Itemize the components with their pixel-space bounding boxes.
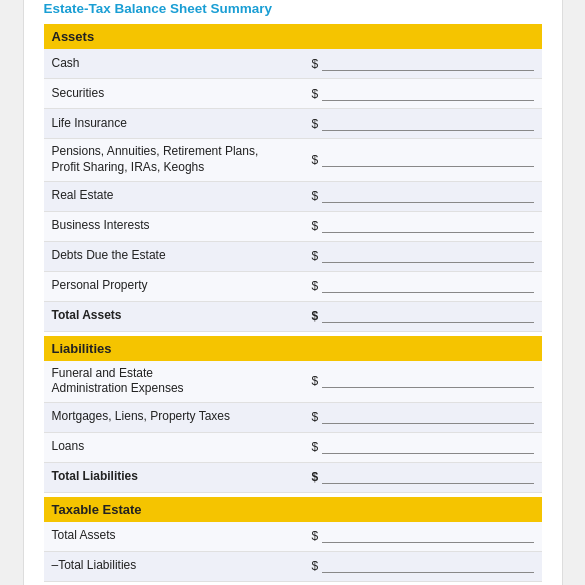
section-header-liabilities: Liabilities	[44, 336, 542, 361]
row-assets-6: Debts Due the Estate$	[44, 242, 542, 272]
row-label-liabilities-1: Mortgages, Liens, Property Taxes	[52, 409, 312, 425]
row-label-assets-1: Securities	[52, 86, 312, 102]
row-label-assets-4: Real Estate	[52, 188, 312, 204]
row-value-assets-5: $	[312, 219, 534, 233]
row-value-liabilities-3: $	[312, 470, 534, 484]
row-value-taxable-estate-1: $	[312, 559, 534, 573]
dollar-sign: $	[312, 470, 319, 484]
row-liabilities-1: Mortgages, Liens, Property Taxes$	[44, 403, 542, 433]
sections-container: AssetsCash$Securities$Life Insurance$Pen…	[44, 24, 542, 581]
value-line[interactable]	[322, 219, 533, 233]
section-header-taxable-estate: Taxable Estate	[44, 497, 542, 522]
row-value-assets-1: $	[312, 87, 534, 101]
row-value-assets-2: $	[312, 117, 534, 131]
dollar-sign: $	[312, 440, 319, 454]
page-title: Estate-Tax Balance Sheet Summary	[44, 1, 542, 16]
value-line[interactable]	[322, 440, 533, 454]
row-assets-8: Total Assets$	[44, 302, 542, 332]
row-value-assets-4: $	[312, 189, 534, 203]
dollar-sign: $	[312, 529, 319, 543]
row-label-liabilities-2: Loans	[52, 439, 312, 455]
row-taxable-estate-0: Total Assets$	[44, 522, 542, 552]
row-label-assets-0: Cash	[52, 56, 312, 72]
row-label-assets-2: Life Insurance	[52, 116, 312, 132]
dollar-sign: $	[312, 57, 319, 71]
row-taxable-estate-1: –Total Liabilities$	[44, 552, 542, 582]
value-line[interactable]	[322, 529, 533, 543]
row-value-taxable-estate-0: $	[312, 529, 534, 543]
value-line[interactable]	[322, 87, 533, 101]
value-line[interactable]	[322, 470, 533, 484]
row-assets-5: Business Interests$	[44, 212, 542, 242]
dollar-sign: $	[312, 410, 319, 424]
row-label-liabilities-0: Funeral and EstateAdministration Expense…	[52, 366, 312, 397]
value-line[interactable]	[322, 189, 533, 203]
row-label-assets-6: Debts Due the Estate	[52, 248, 312, 264]
row-label-assets-3: Pensions, Annuities, Retirement Plans,Pr…	[52, 144, 312, 175]
row-label-assets-8: Total Assets	[52, 308, 312, 324]
section-header-assets: Assets	[44, 24, 542, 49]
row-value-assets-0: $	[312, 57, 534, 71]
row-label-liabilities-3: Total Liabilities	[52, 469, 312, 485]
dollar-sign: $	[312, 249, 319, 263]
dollar-sign: $	[312, 279, 319, 293]
dollar-sign: $	[312, 374, 319, 388]
value-line[interactable]	[322, 57, 533, 71]
row-assets-4: Real Estate$	[44, 182, 542, 212]
dollar-sign: $	[312, 559, 319, 573]
row-label-assets-5: Business Interests	[52, 218, 312, 234]
row-liabilities-0: Funeral and EstateAdministration Expense…	[44, 361, 542, 403]
value-line[interactable]	[322, 279, 533, 293]
row-label-assets-7: Personal Property	[52, 278, 312, 294]
dollar-sign: $	[312, 153, 319, 167]
value-line[interactable]	[322, 374, 533, 388]
sheet-container: Estate-Tax Balance Sheet Summary AssetsC…	[23, 0, 563, 585]
row-value-assets-8: $	[312, 309, 534, 323]
row-assets-0: Cash$	[44, 49, 542, 79]
value-line[interactable]	[322, 153, 533, 167]
row-assets-3: Pensions, Annuities, Retirement Plans,Pr…	[44, 139, 542, 181]
value-line[interactable]	[322, 309, 533, 323]
row-liabilities-2: Loans$	[44, 433, 542, 463]
value-line[interactable]	[322, 410, 533, 424]
row-label-taxable-estate-0: Total Assets	[52, 528, 312, 544]
dollar-sign: $	[312, 117, 319, 131]
row-value-assets-6: $	[312, 249, 534, 263]
value-line[interactable]	[322, 117, 533, 131]
row-assets-7: Personal Property$	[44, 272, 542, 302]
row-value-liabilities-1: $	[312, 410, 534, 424]
value-line[interactable]	[322, 559, 533, 573]
row-label-taxable-estate-1: –Total Liabilities	[52, 558, 312, 574]
row-value-liabilities-0: $	[312, 374, 534, 388]
row-assets-1: Securities$	[44, 79, 542, 109]
value-line[interactable]	[322, 249, 533, 263]
row-value-assets-3: $	[312, 153, 534, 167]
dollar-sign: $	[312, 219, 319, 233]
row-value-assets-7: $	[312, 279, 534, 293]
dollar-sign: $	[312, 87, 319, 101]
dollar-sign: $	[312, 309, 319, 323]
row-liabilities-3: Total Liabilities$	[44, 463, 542, 493]
row-value-liabilities-2: $	[312, 440, 534, 454]
dollar-sign: $	[312, 189, 319, 203]
row-assets-2: Life Insurance$	[44, 109, 542, 139]
